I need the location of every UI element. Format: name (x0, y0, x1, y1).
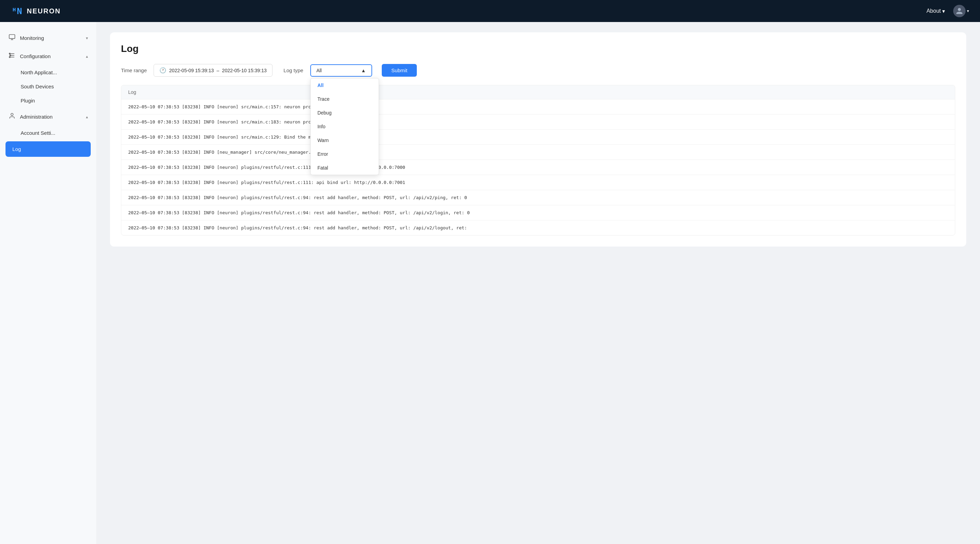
log-table-header: Log (121, 85, 955, 99)
time-separator: – (216, 68, 219, 73)
dropdown-option-info[interactable]: Info (311, 120, 379, 133)
svg-point-7 (9, 56, 10, 57)
administration-icon (8, 112, 16, 121)
sidebar-monitoring-label: Monitoring (20, 35, 44, 41)
log-entry: 2022–05–10 07:38:53 [83238] INFO [neuron… (121, 130, 955, 145)
log-type-chevron-icon: ▲ (361, 68, 366, 73)
svg-point-5 (9, 53, 10, 54)
log-type-label: Log type (283, 67, 304, 73)
user-avatar-icon (953, 5, 966, 17)
svg-rect-1 (9, 35, 15, 39)
filter-row: Time range 🕐 2022-05-09 15:39:13 – 2022-… (121, 64, 955, 77)
sidebar: Monitoring ▾ Configuration ▴ North Appli… (0, 22, 96, 544)
sidebar-account-settings-label: Account Setti... (21, 130, 55, 136)
sidebar-plugin-label: Plugin (21, 98, 35, 104)
log-table: Log 2022–05–10 07:38:53 [83238] INFO [ne… (121, 85, 955, 236)
svg-text:ᵸN: ᵸN (12, 6, 22, 16)
dropdown-option-debug[interactable]: Debug (311, 106, 379, 120)
dropdown-option-error[interactable]: Error (311, 147, 379, 161)
sidebar-item-monitoring[interactable]: Monitoring ▾ (0, 29, 96, 47)
about-label: About (926, 8, 941, 14)
sidebar-item-north-applications[interactable]: North Applicat... (0, 65, 96, 80)
svg-point-8 (11, 113, 13, 116)
monitoring-chevron-icon: ▾ (86, 36, 88, 41)
clock-icon: 🕐 (159, 67, 166, 73)
sidebar-log-label: Log (13, 146, 21, 152)
log-entry: 2022–05–10 07:38:53 [83238] INFO [neuron… (121, 175, 955, 190)
sidebar-item-configuration[interactable]: Configuration ▴ (0, 47, 96, 65)
sidebar-item-plugin[interactable]: Plugin (0, 94, 96, 108)
configuration-icon (8, 52, 16, 61)
log-type-dropdown: All Trace Debug Info Warn Error Fatal (310, 78, 379, 175)
header-right-section: About ▾ ▾ (926, 5, 969, 17)
submit-button[interactable]: Submit (382, 64, 417, 77)
sidebar-configuration-label: Configuration (20, 53, 51, 59)
log-column-header: Log (128, 89, 136, 95)
log-entry: 2022–05–10 07:38:53 [83238] INFO [neu_ma… (121, 145, 955, 160)
dropdown-option-trace[interactable]: Trace (311, 92, 379, 106)
monitor-icon (8, 34, 16, 42)
about-chevron-icon: ▾ (942, 8, 945, 14)
sidebar-item-log[interactable]: Log (5, 141, 91, 157)
log-entry: 2022–05–10 07:38:53 [83238] INFO [neuron… (121, 190, 955, 205)
time-start: 2022-05-09 15:39:13 (169, 68, 214, 73)
sidebar-north-apps-label: North Applicat... (21, 69, 57, 75)
logo: ᵸN NEURON (11, 5, 61, 17)
configuration-chevron-icon: ▴ (86, 54, 88, 59)
log-card: Log Time range 🕐 2022-05-09 15:39:13 – 2… (110, 32, 966, 247)
user-chevron-icon: ▾ (967, 9, 969, 13)
sidebar-south-devices-label: South Devices (21, 83, 54, 89)
sidebar-item-administration[interactable]: Administration ▴ (0, 108, 96, 126)
log-entries-list: 2022–05–10 07:38:53 [83238] INFO [neuron… (121, 99, 955, 235)
main-content: Log Time range 🕐 2022-05-09 15:39:13 – 2… (96, 22, 980, 544)
user-menu[interactable]: ▾ (953, 5, 969, 17)
svg-point-6 (10, 55, 11, 56)
time-range-label: Time range (121, 67, 147, 73)
page-title: Log (121, 43, 955, 54)
dropdown-option-warn[interactable]: Warn (311, 133, 379, 147)
administration-chevron-icon: ▴ (86, 115, 88, 119)
dropdown-option-all[interactable]: All (311, 78, 379, 92)
sidebar-item-south-devices[interactable]: South Devices (0, 80, 96, 94)
time-range-input[interactable]: 🕐 2022-05-09 15:39:13 – 2022-05-10 15:39… (154, 64, 272, 77)
about-menu[interactable]: About ▾ (926, 8, 945, 14)
main-layout: Monitoring ▾ Configuration ▴ North Appli… (0, 22, 980, 544)
log-entry: 2022–05–10 07:38:53 [83238] INFO [neuron… (121, 115, 955, 130)
time-end: 2022-05-10 15:39:13 (222, 68, 267, 73)
dropdown-option-fatal[interactable]: Fatal (311, 161, 379, 175)
app-header: ᵸN NEURON About ▾ ▾ (0, 0, 980, 22)
log-entry: 2022–05–10 07:38:53 [83238] INFO [neuron… (121, 99, 955, 115)
sidebar-administration-label: Administration (20, 114, 52, 120)
log-entry: 2022–05–10 07:38:53 [83238] INFO [neuron… (121, 205, 955, 220)
log-entry: 2022–05–10 07:38:53 [83238] INFO [neuron… (121, 220, 955, 235)
sidebar-item-account-settings[interactable]: Account Setti... (0, 126, 96, 140)
app-name: NEURON (27, 7, 61, 15)
log-type-button[interactable]: All ▲ (310, 64, 372, 77)
neuron-logo-icon: ᵸN (11, 5, 23, 17)
log-entry: 2022–05–10 07:38:53 [83238] INFO [neuron… (121, 160, 955, 175)
log-type-selected-value: All (317, 68, 322, 73)
log-type-select[interactable]: All ▲ All Trace Debug Info Warn Error Fa… (310, 64, 372, 77)
